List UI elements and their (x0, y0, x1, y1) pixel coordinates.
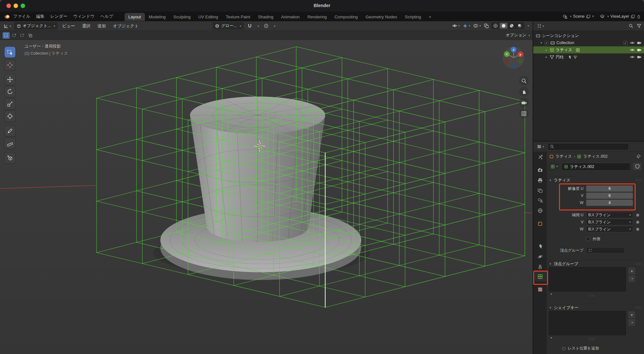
vertex-groups-expand-icon[interactable]: ▸ (550, 292, 553, 295)
menu-view[interactable]: ビュー (60, 22, 78, 30)
vertex-group-specials-button[interactable]: ▾ (628, 275, 636, 283)
tab-constraints[interactable] (536, 263, 544, 271)
resolution-v-field[interactable]: 6 (586, 192, 633, 199)
workspace-tab-animation[interactable]: Animation (277, 13, 304, 21)
outliner-search-icon[interactable] (629, 23, 633, 28)
xray-toggle-button[interactable] (483, 22, 490, 29)
select-mode-intersect-button[interactable] (27, 32, 34, 39)
remove-view-layer-icon[interactable] (637, 14, 641, 19)
interpolation-v-select[interactable]: Bスプライン▾ (586, 219, 633, 225)
navigation-gizmo[interactable]: Z Y X (502, 46, 526, 70)
shading-solid-button[interactable] (500, 23, 507, 29)
axis-neg-y-ball[interactable] (518, 59, 523, 63)
collection-render-camera-icon[interactable] (637, 41, 641, 45)
blender-logo-icon[interactable] (3, 13, 10, 20)
tab-modifiers[interactable] (536, 242, 544, 250)
tab-render[interactable] (536, 166, 544, 174)
outside-checkbox[interactable] (586, 237, 590, 241)
panel-header-vertex-groups[interactable]: ▾ 頂点グループ (549, 260, 642, 267)
outliner-row-scene-collection[interactable]: シーンコレクション (533, 32, 644, 39)
workspace-tab-scripting[interactable]: Scripting (401, 13, 425, 21)
menu-object[interactable]: オブジェクト (110, 22, 141, 30)
outliner-editor-type-button[interactable]: ▾ (536, 23, 545, 30)
workspace-tab-shading[interactable]: Shading (254, 13, 277, 21)
show-gizmo-button[interactable]: ▾ (462, 22, 471, 29)
breadcrumb-data-label[interactable]: ラティス.002 (583, 154, 608, 159)
animate-dot-w[interactable] (636, 228, 639, 231)
menu-help[interactable]: ヘルプ (98, 12, 116, 21)
cylinder-hide-eye-icon[interactable] (630, 55, 635, 59)
workspace-tab-modeling[interactable]: Modeling (145, 13, 170, 21)
editor-type-button[interactable]: ▾ (3, 23, 12, 30)
menu-file[interactable]: ファイル (10, 12, 33, 21)
transform-orientation-dropdown[interactable]: グロー... ▾ (213, 22, 244, 30)
workspace-tab-layout[interactable]: Layout (125, 13, 145, 21)
select-mode-subtract-button[interactable] (19, 32, 26, 39)
panel-header-shape-keys[interactable]: ▾ シェイプキー (549, 304, 642, 311)
perspective-toggle-button[interactable] (519, 109, 529, 118)
workspace-tab-compositing[interactable]: Compositing (331, 13, 362, 21)
tab-world[interactable] (536, 207, 544, 214)
new-scene-icon[interactable] (586, 14, 590, 19)
workspace-tab-rendering[interactable]: Rendering (304, 13, 331, 21)
tool-cursor[interactable] (5, 60, 15, 70)
datablock-name-field[interactable]: ラティス.002 (562, 163, 630, 171)
tool-move[interactable] (5, 74, 15, 85)
interpolation-u-select[interactable]: Bスプライン▾ (586, 212, 633, 218)
pin-icon[interactable] (636, 154, 641, 159)
tab-object[interactable] (536, 220, 544, 228)
snap-toggle-button[interactable] (246, 23, 253, 30)
tool-select-box[interactable] (5, 47, 15, 58)
select-mode-new-button[interactable] (3, 32, 10, 39)
interpolation-w-select[interactable]: Bスプライン▾ (586, 226, 633, 232)
shape-keys-expand-icon[interactable]: ▸ (550, 336, 553, 339)
camera-view-button[interactable] (519, 98, 529, 107)
menu-render[interactable]: レンダー (47, 12, 70, 21)
tool-measure[interactable] (5, 138, 15, 149)
tab-view-layer[interactable] (536, 187, 544, 194)
vertex-groups-list[interactable] (549, 267, 626, 292)
mode-dropdown[interactable]: オブジェクト... ▾ (14, 22, 58, 30)
shape-keys-list[interactable] (549, 311, 626, 335)
add-shape-key-button[interactable]: + (628, 311, 636, 319)
panel-grip[interactable] (636, 263, 642, 265)
outliner-row-lattice[interactable]: ▸ ラティス (533, 46, 644, 53)
vertex-groups-panel-grip[interactable] (589, 294, 595, 297)
lattice-hide-eye-icon[interactable] (630, 48, 635, 52)
unlink-scene-icon[interactable]: × (592, 14, 594, 19)
snap-settings-button[interactable]: ▾ (256, 23, 260, 30)
collection-exclude-checkbox[interactable]: ✓ (623, 41, 628, 45)
fake-user-button[interactable] (633, 163, 641, 170)
outliner-row-cylinder[interactable]: ▸ 円柱 (533, 53, 644, 61)
collection-hide-eye-icon[interactable] (630, 41, 635, 45)
tool-rotate[interactable] (5, 86, 15, 97)
3d-viewport[interactable]: ▾ オブジェクト... ▾ ビュー 選択 追加 オブジェクト グロー... ▾ (0, 21, 533, 354)
tab-output[interactable] (536, 176, 544, 184)
menu-window[interactable]: ウィンドウ (70, 12, 98, 21)
tool-annotate[interactable] (5, 126, 15, 136)
shading-rendered-button[interactable] (516, 23, 524, 29)
show-overlays-button[interactable]: ▾ (472, 22, 482, 29)
tool-scale[interactable] (5, 98, 15, 109)
vertex-group-field[interactable] (586, 247, 625, 254)
viewport-canvas[interactable] (0, 40, 533, 354)
collection-disclosure-icon[interactable]: ▾ (540, 41, 543, 44)
breadcrumb-object-label[interactable]: ラティス (555, 154, 572, 159)
lattice-disclosure-icon[interactable]: ▸ (545, 48, 548, 51)
lattice-render-camera-icon[interactable] (637, 48, 641, 52)
view-layer-selector[interactable]: ▾ ViewLayer (600, 14, 641, 19)
animate-dot-v[interactable] (636, 221, 639, 224)
new-view-layer-icon[interactable] (631, 14, 635, 19)
outliner-filter-icon[interactable] (637, 23, 641, 28)
shape-keys-panel-grip[interactable] (589, 338, 595, 340)
panel-grip[interactable] (636, 179, 642, 182)
rest-position-row[interactable]: レスト位置を追加 (562, 346, 599, 351)
workspace-tab-texture-paint[interactable]: Texture Paint (222, 13, 254, 21)
axis-neg-z-ball[interactable] (511, 63, 516, 68)
shading-wireframe-button[interactable] (492, 23, 499, 29)
tab-scene[interactable] (536, 196, 544, 204)
add-workspace-button[interactable]: + (425, 13, 435, 21)
cylinder-render-camera-icon[interactable] (637, 55, 641, 59)
resolution-w-field[interactable]: 4 (586, 200, 633, 206)
workspace-tab-sculpting[interactable]: Sculpting (169, 13, 194, 21)
